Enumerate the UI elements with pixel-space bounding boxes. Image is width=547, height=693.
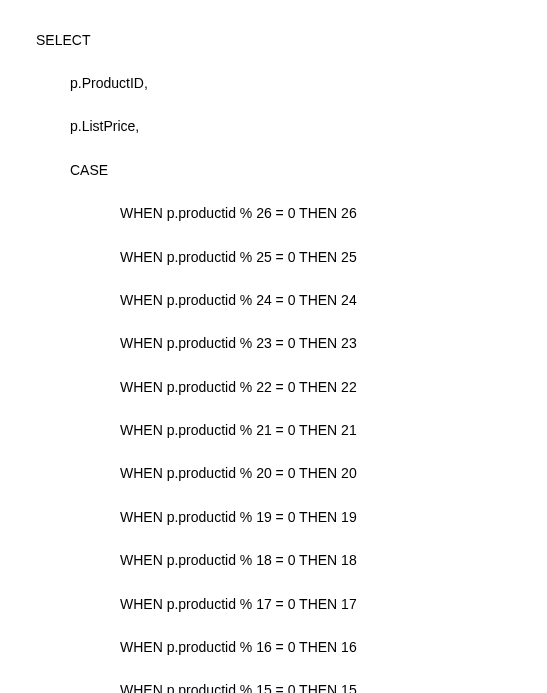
code-line: WHEN p.productid % 26 = 0 THEN 26 [36,203,539,225]
code-line: WHEN p.productid % 23 = 0 THEN 23 [36,333,539,355]
code-line: WHEN p.productid % 20 = 0 THEN 20 [36,463,539,485]
code-line: SELECT [36,30,539,52]
sql-code-block: SELECT p.ProductID, p.ListPrice, CASE WH… [36,8,539,693]
code-line: WHEN p.productid % 19 = 0 THEN 19 [36,507,539,529]
code-line: WHEN p.productid % 18 = 0 THEN 18 [36,550,539,572]
code-line: WHEN p.productid % 25 = 0 THEN 25 [36,247,539,269]
code-line: CASE [36,160,539,182]
code-line: WHEN p.productid % 21 = 0 THEN 21 [36,420,539,442]
code-line: WHEN p.productid % 16 = 0 THEN 16 [36,637,539,659]
code-line: WHEN p.productid % 24 = 0 THEN 24 [36,290,539,312]
code-line: WHEN p.productid % 15 = 0 THEN 15 [36,680,539,693]
code-line: WHEN p.productid % 17 = 0 THEN 17 [36,594,539,616]
code-line: p.ProductID, [36,73,539,95]
code-line: WHEN p.productid % 22 = 0 THEN 22 [36,377,539,399]
code-line: p.ListPrice, [36,116,539,138]
